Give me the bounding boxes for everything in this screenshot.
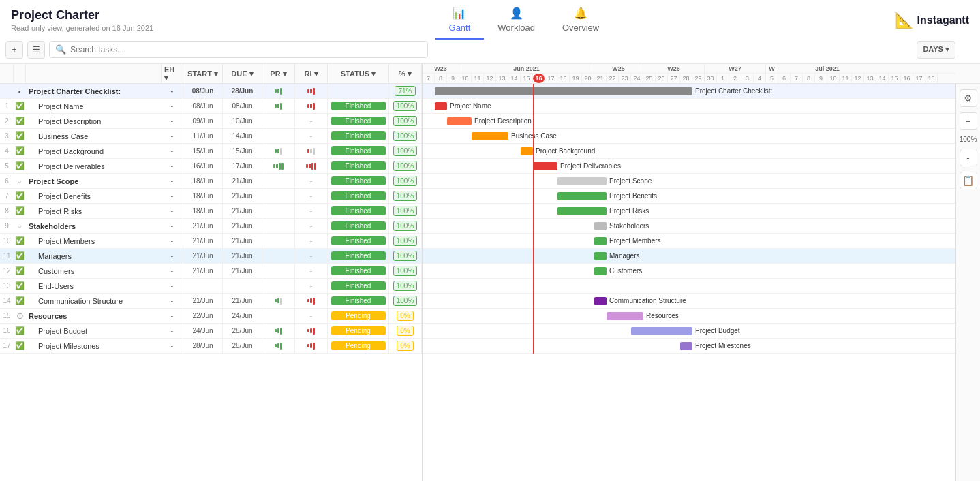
row-check[interactable]: ✅ <box>14 206 26 215</box>
cell-status: Finished <box>328 219 389 234</box>
check-done-icon: ✅ <box>15 341 25 350</box>
row-check[interactable]: ✅ <box>14 117 26 125</box>
task-row[interactable]: 4✅Project Background-15/Jun15/JunFinishe… <box>0 144 422 159</box>
row-check[interactable]: ✅ <box>14 281 26 290</box>
day-cell: 13 <box>864 74 876 83</box>
cell-start: 24/Jun <box>183 324 223 339</box>
cell-start: 16/Jun <box>183 159 223 174</box>
cell-pct: 100% <box>389 174 422 189</box>
task-row[interactable]: 5✅Project Deliverables-16/Jun17/JunFinis… <box>0 159 422 174</box>
gantt-bar <box>447 117 472 125</box>
gantt-bar <box>607 312 643 320</box>
task-name-cell: Stakeholders <box>26 222 162 230</box>
gantt-label: Resources <box>646 312 679 320</box>
cell-status: Finished <box>328 204 389 219</box>
task-row[interactable]: 15⊙Resources-22/Jun24/Jun-Pending0% <box>0 309 422 324</box>
col-pr[interactable]: PR ▾ <box>262 64 295 83</box>
cell-ri <box>295 339 328 354</box>
task-row[interactable]: 16✅Project Budget-24/Jun28/JunPending0% <box>0 324 422 339</box>
row-check[interactable]: ⊙ <box>14 311 26 321</box>
zoom-in-button[interactable]: + <box>960 112 977 130</box>
task-row[interactable]: ▪Project Charter Checklist:-08/Jun28/Jun… <box>0 84 422 99</box>
row-check[interactable]: ▫ <box>14 222 26 230</box>
status-badge: Pending <box>331 311 386 320</box>
cell-ri: - <box>295 234 328 249</box>
task-row[interactable]: 10✅Project Members-21/Jun21/Jun-Finished… <box>0 234 422 249</box>
cell-pr <box>262 204 295 219</box>
cell-eh: - <box>162 324 183 339</box>
cell-ri: - <box>295 219 328 234</box>
cell-pr <box>262 144 295 159</box>
cell-ri <box>295 324 328 339</box>
task-row[interactable]: 9▫Stakeholders-21/Jun21/Jun-Finished100% <box>0 219 422 234</box>
check-done-icon: ✅ <box>15 131 25 140</box>
gantt-bar <box>594 252 607 260</box>
day-cell: 8 <box>803 74 815 83</box>
status-badge: Finished <box>331 102 386 110</box>
task-row[interactable]: 3✅Business Case-11/Jun14/Jun-Finished100… <box>0 129 422 144</box>
col-status[interactable]: STATUS ▾ <box>328 64 389 83</box>
row-check[interactable]: ✅ <box>14 326 26 335</box>
task-row[interactable]: 7✅Project Benefits-18/Jun21/Jun-Finished… <box>0 189 422 204</box>
days-button[interactable]: DAYS ▾ <box>917 41 955 59</box>
row-check[interactable]: ✅ <box>14 341 26 350</box>
col-due[interactable]: DUE ▾ <box>223 64 262 83</box>
menu-button[interactable]: ☰ <box>27 41 45 59</box>
search-input[interactable] <box>70 45 422 55</box>
row-check[interactable]: ✅ <box>14 131 26 140</box>
check-group-icon: ▪ <box>18 87 21 95</box>
day-cell: 2 <box>729 74 741 83</box>
task-row[interactable]: 2✅Project Description-09/Jun10/Jun-Finis… <box>0 114 422 129</box>
row-check[interactable]: ✅ <box>14 251 26 260</box>
task-row[interactable]: 8✅Project Risks-18/Jun21/Jun-Finished100… <box>0 204 422 219</box>
row-check[interactable]: ✅ <box>14 102 26 110</box>
task-row[interactable]: 6▫Project Scope-18/Jun21/Jun-Finished100… <box>0 174 422 189</box>
cell-eh: - <box>162 84 183 99</box>
tab-workload[interactable]: 👤 Workload <box>484 3 549 40</box>
col-ri[interactable]: RI ▾ <box>295 64 328 83</box>
check-group-sub-icon: ▫ <box>18 177 21 185</box>
pct-badge: 100% <box>393 206 418 216</box>
cell-pr <box>262 189 295 204</box>
pct-badge: 100% <box>393 161 418 171</box>
row-check[interactable]: ▫ <box>14 177 26 185</box>
search-box[interactable]: 🔍 <box>49 41 428 58</box>
col-start[interactable]: START ▾ <box>183 64 223 83</box>
row-check[interactable]: ▪ <box>14 87 26 95</box>
add-button[interactable]: + <box>5 41 23 59</box>
pct-badge: 100% <box>393 296 418 306</box>
tab-gantt[interactable]: 📊 Gantt <box>435 3 485 40</box>
task-row[interactable]: 14✅Communication Structure-21/Jun21/JunF… <box>0 294 422 309</box>
cell-ri: - <box>295 309 328 324</box>
cell-ri: - <box>295 189 328 204</box>
row-check[interactable]: ✅ <box>14 146 26 155</box>
task-row[interactable]: 12✅Customers-21/Jun21/Jun-Finished100% <box>0 264 422 279</box>
filter-button[interactable]: ⚙ <box>960 89 977 107</box>
task-row[interactable]: 11✅Managers-21/Jun21/Jun-Finished100% <box>0 249 422 264</box>
row-check[interactable]: ✅ <box>14 236 26 245</box>
list-view-button[interactable]: 📋 <box>960 172 977 189</box>
row-number: 15 <box>0 312 14 320</box>
tab-overview[interactable]: 🔔 Overview <box>549 3 613 40</box>
day-cell: 14 <box>508 74 521 83</box>
col-pct[interactable]: % ▾ <box>389 64 422 83</box>
task-row[interactable]: 1✅Project Name-08/Jun08/JunFinished100% <box>0 99 422 114</box>
day-cell: 10 <box>459 74 472 83</box>
row-check[interactable]: ✅ <box>14 296 26 305</box>
col-eh[interactable]: EH ▾ <box>162 64 183 83</box>
task-row[interactable]: 13✅End-Users--Finished100% <box>0 279 422 294</box>
row-check[interactable]: ✅ <box>14 266 26 275</box>
cell-pct: 100% <box>389 219 422 234</box>
cell-start: 21/Jun <box>183 219 223 234</box>
cell-due: 21/Jun <box>223 174 262 189</box>
task-row[interactable]: 17✅Project Milestones-28/Jun28/JunPendin… <box>0 339 422 354</box>
row-check[interactable]: ✅ <box>14 191 26 200</box>
zoom-out-button[interactable]: - <box>960 149 977 166</box>
day-cell: 14 <box>876 74 889 83</box>
cell-eh: - <box>162 129 183 144</box>
row-check[interactable]: ✅ <box>14 161 26 170</box>
cell-pr <box>262 324 295 339</box>
cell-start: 18/Jun <box>183 189 223 204</box>
task-name-cell: Managers <box>26 252 162 260</box>
cell-pr <box>262 249 295 264</box>
